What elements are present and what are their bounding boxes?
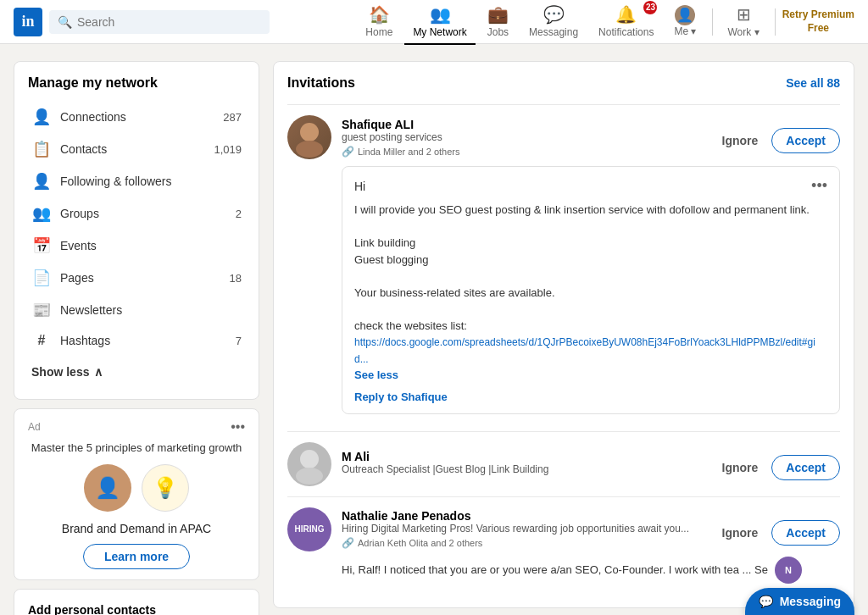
- nav-jobs-label: Jobs: [487, 26, 509, 38]
- retry-premium-line2: Free: [782, 22, 854, 36]
- linkedin-logo[interactable]: in: [14, 8, 42, 36]
- nathalie-name: Nathalie Jane Penados: [342, 509, 705, 523]
- avatar: 👤: [675, 5, 695, 25]
- nav-home[interactable]: 🏠 Home: [357, 0, 401, 45]
- shafique-ignore-button[interactable]: Ignore: [715, 129, 765, 152]
- messaging-icon-bubble: 💬: [759, 595, 773, 608]
- ad-brand: Brand and Demand in APAC: [28, 522, 245, 535]
- nathalie-mutual: 🔗 Adrian Keth Olita and 2 others: [342, 537, 705, 549]
- chain-icon: 🔗: [342, 146, 354, 158]
- show-less-button[interactable]: Show less ∧: [28, 358, 245, 385]
- sidebar-item-label: Hashtags: [60, 334, 227, 347]
- nav-divider-2: [775, 8, 776, 36]
- nav-work-label: Work ▾: [728, 26, 760, 38]
- shafique-mutual: 🔗 Linda Miller and 2 others: [342, 146, 705, 158]
- mali-info: M Ali Outreach Specialist |Guest Blog |L…: [342, 450, 705, 478]
- following-icon: 👤: [31, 172, 52, 191]
- sidebar-item-label: Contacts: [60, 142, 205, 156]
- retry-premium[interactable]: Retry Premium Free: [782, 8, 854, 35]
- newsletters-icon: 📰: [31, 301, 52, 319]
- svg-point-0: [300, 123, 319, 141]
- ad-more-icon[interactable]: •••: [231, 419, 245, 435]
- nathalie-preview-text: Hi, Ralf! I noticed that you are or you …: [342, 563, 768, 576]
- see-less-button[interactable]: See less: [354, 368, 398, 381]
- nathalie-preview: Hi, Ralf! I noticed that you are or you …: [287, 557, 840, 584]
- sidebar-item-events[interactable]: 📅 Events: [28, 230, 245, 262]
- sidebar-item-label: Connections: [60, 110, 214, 124]
- pages-icon: 📄: [31, 269, 52, 287]
- contacts-count: 1,019: [214, 143, 242, 156]
- svg-point-3: [296, 468, 323, 485]
- shafique-info: Shafique ALI guest posting services 🔗 Li…: [342, 118, 705, 158]
- top-navigation: in 🔍 🏠 Home 👥 My Network 💼 Jobs 💬 Messag…: [0, 0, 868, 44]
- sidebar-item-pages[interactable]: 📄 Pages 18: [28, 262, 245, 294]
- inv-row-3: HIRING Nathalie Jane Penados Hiring Digi…: [287, 507, 840, 551]
- sidebar-item-following[interactable]: 👤 Following & followers: [28, 165, 245, 197]
- see-all-button[interactable]: See all 88: [786, 76, 840, 90]
- work-icon: ⊞: [737, 4, 751, 25]
- mali-name: M Ali: [342, 450, 705, 463]
- connections-count: 287: [223, 111, 242, 124]
- show-less-label: Show less: [31, 365, 89, 379]
- sidebar-item-label: Events: [60, 239, 242, 252]
- sidebar-item-hashtags[interactable]: # Hashtags 7: [28, 326, 245, 355]
- msg-body: I will provide you SEO guest posting & l…: [354, 202, 827, 384]
- nav-me[interactable]: 👤 Me ▾: [665, 0, 704, 44]
- nav-network[interactable]: 👥 My Network: [404, 0, 475, 45]
- nav-jobs[interactable]: 💼 Jobs: [479, 0, 517, 45]
- invitation-item-3: HIRING Nathalie Jane Penados Hiring Digi…: [287, 496, 840, 594]
- ad-label: Ad: [28, 421, 41, 433]
- shafique-name: Shafique ALI: [342, 118, 705, 131]
- ad-header: Ad •••: [28, 419, 245, 435]
- chevron-up-icon: ∧: [94, 365, 103, 379]
- sidebar-item-groups[interactable]: 👥 Groups 2: [28, 197, 245, 230]
- nav-me-label: Me ▾: [674, 25, 696, 37]
- invitations-card: Invitations See all 88 Shafique ALI gues…: [273, 61, 854, 608]
- nathalie-avatar: HIRING: [287, 507, 331, 551]
- retry-premium-line1: Retry Premium: [782, 8, 854, 22]
- mali-accept-button[interactable]: Accept: [771, 455, 840, 480]
- nathalie-accept-button[interactable]: Accept: [771, 520, 840, 546]
- mali-actions: Ignore Accept: [715, 455, 840, 480]
- shafique-message-preview: Hi ••• I will provide you SEO guest post…: [342, 166, 840, 414]
- ad-images: 👤 💡: [28, 464, 245, 512]
- search-icon: 🔍: [58, 15, 72, 29]
- hashtags-icon: #: [31, 333, 52, 348]
- inv-row-1: Shafique ALI guest posting services 🔗 Li…: [287, 115, 840, 159]
- shafique-accept-button[interactable]: Accept: [771, 128, 840, 153]
- sidebar-item-label: Following & followers: [60, 175, 242, 188]
- ad-card: Ad ••• Master the 5 principles of market…: [14, 408, 259, 580]
- shafique-avatar: [287, 115, 331, 159]
- msg-more-icon[interactable]: •••: [811, 177, 827, 195]
- add-contacts-title: Add personal contacts: [28, 603, 245, 615]
- nav-messaging-label: Messaging: [529, 26, 578, 38]
- nathalie-ignore-button[interactable]: Ignore: [715, 521, 765, 545]
- nav-work[interactable]: ⊞ Work ▾: [720, 0, 768, 45]
- reply-shafique-link[interactable]: Reply to Shafique: [354, 391, 827, 403]
- svg-point-2: [300, 450, 319, 468]
- sidebar-item-connections[interactable]: 👤 Connections 287: [28, 101, 245, 133]
- hashtags-count: 7: [236, 335, 242, 347]
- events-icon: 📅: [31, 236, 52, 255]
- mali-ignore-button[interactable]: Ignore: [715, 456, 765, 479]
- notifications-badge: 23: [643, 1, 657, 14]
- learn-more-button[interactable]: Learn more: [83, 544, 190, 569]
- inv-row-2: M Ali Outreach Specialist |Guest Blog |L…: [287, 442, 840, 486]
- nav-notifications[interactable]: 🔔 23 Notifications: [590, 0, 662, 45]
- search-bar: 🔍: [49, 10, 270, 34]
- mali-title: Outreach Specialist |Guest Blog |Link Bu…: [342, 463, 705, 475]
- search-input[interactable]: [77, 15, 261, 29]
- sidebar: Manage my network 👤 Connections 287 📋 Co…: [14, 61, 259, 615]
- messaging-bubble[interactable]: 💬 Messaging: [745, 588, 854, 615]
- nav-notifications-label: Notifications: [598, 26, 654, 38]
- nav-messaging[interactable]: 💬 Messaging: [520, 0, 587, 45]
- chain-icon-2: 🔗: [342, 537, 354, 549]
- sidebar-card: Manage my network 👤 Connections 287 📋 Co…: [14, 61, 259, 400]
- groups-icon: 👥: [31, 204, 52, 223]
- add-contacts-card: Add personal contacts We'll periodically…: [14, 589, 259, 615]
- shafique-actions: Ignore Accept: [715, 128, 840, 153]
- contacts-icon: 📋: [31, 140, 52, 158]
- sidebar-item-contacts[interactable]: 📋 Contacts 1,019: [28, 133, 245, 165]
- main-content: Invitations See all 88 Shafique ALI gues…: [273, 61, 854, 615]
- sidebar-item-newsletters[interactable]: 📰 Newsletters: [28, 294, 245, 326]
